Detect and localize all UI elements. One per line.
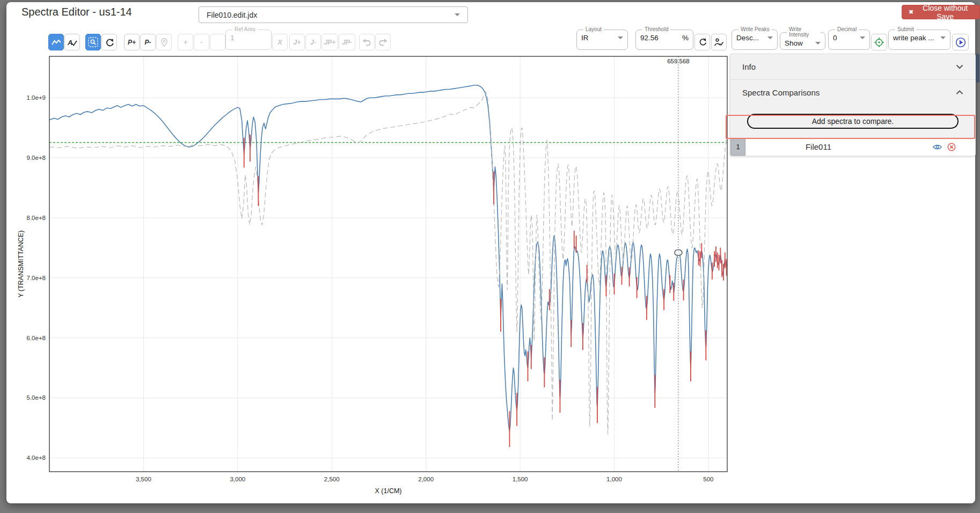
x-axis-title: X (1/CM) xyxy=(375,487,402,495)
jp-add-button[interactable]: JP+ xyxy=(321,34,338,50)
info-accordion-label: Info xyxy=(742,62,756,71)
x-tick-label: 1,500 xyxy=(513,476,528,482)
add-spectra-area: Add spectra to compare. xyxy=(730,105,975,137)
layout-field[interactable]: Layout IR xyxy=(576,27,628,50)
series-File011 xyxy=(49,92,727,434)
jp-remove-button[interactable]: JP- xyxy=(339,34,355,50)
ref-area-label: Ref Area xyxy=(232,27,258,32)
submit-value: write peak ... xyxy=(893,34,934,42)
vertical-scrollbar-thumb[interactable] xyxy=(976,54,979,83)
spectrum-file-select[interactable]: File010.edit.jdx xyxy=(199,6,468,23)
undo-icon xyxy=(362,38,372,47)
chevron-down-icon xyxy=(618,36,623,39)
y-tick-label: 1.0e+9 xyxy=(27,94,46,101)
y-tick-label: 7.0e+8 xyxy=(27,275,46,281)
x-tick-label: 2,500 xyxy=(324,476,340,482)
write-peaks-value: Desc... xyxy=(736,34,759,42)
peak-cursor-label: 659.568 xyxy=(667,58,690,64)
comparison-file-name: File011 xyxy=(745,142,891,151)
close-button-label: Close without Save xyxy=(917,4,973,21)
auto-assign-tool-button[interactable]: A xyxy=(64,34,80,50)
play-circle-icon xyxy=(955,37,966,48)
close-without-save-button[interactable]: ✖ Close without Save xyxy=(902,5,980,19)
spectra-comparisons-accordion-header[interactable]: Spectra Comparisons xyxy=(730,80,975,105)
chevron-down-icon xyxy=(455,13,460,16)
y-tick-label: 4.0e+8 xyxy=(27,455,46,461)
svg-text:A: A xyxy=(67,39,72,47)
peak-cursor-marker[interactable] xyxy=(675,250,682,255)
layout-label: Layout xyxy=(583,27,604,32)
threshold-label: Threshold xyxy=(642,27,670,32)
comparison-row-index: 1 xyxy=(730,138,745,156)
refresh-icon xyxy=(698,38,707,47)
chevron-down-icon xyxy=(956,64,963,69)
chevron-down-icon xyxy=(940,36,946,39)
threshold-unit: % xyxy=(682,34,689,42)
remove-comparison-icon[interactable] xyxy=(947,143,956,151)
j-add-button[interactable]: J+ xyxy=(289,34,305,50)
comparison-row[interactable]: 1 File011 xyxy=(730,137,975,156)
decimal-value: 0 xyxy=(833,34,837,42)
zoom-selection-icon xyxy=(88,37,99,48)
assign-peaks-button[interactable] xyxy=(711,34,727,50)
submit-label: Submit xyxy=(895,27,916,32)
reset-zoom-icon xyxy=(104,38,115,47)
spectra-comparisons-label: Spectra Comparisons xyxy=(742,88,820,97)
write-intensity-label: Write Intensity xyxy=(787,27,821,38)
chevron-down-icon xyxy=(860,36,865,39)
plot-border xyxy=(49,56,727,472)
j-remove-button[interactable]: J- xyxy=(305,34,321,50)
peak-remove-button[interactable]: P- xyxy=(140,34,156,50)
spacer-button[interactable] xyxy=(210,34,225,50)
run-submit-button[interactable] xyxy=(952,34,969,50)
series-File010.edit.jdx xyxy=(49,85,727,431)
threshold-field[interactable]: Threshold 92.56% xyxy=(635,27,693,50)
y-tick-label: 9.0e+8 xyxy=(27,155,46,161)
redo-button[interactable] xyxy=(375,34,391,50)
line-chart-tool-button[interactable] xyxy=(48,34,64,50)
info-accordion-header[interactable]: Info xyxy=(730,54,975,80)
ref-area-field[interactable]: Ref Area 1 xyxy=(225,27,272,50)
side-panel: Info Spectra Comparisons Add spectra to … xyxy=(730,54,976,156)
eye-visibility-icon[interactable] xyxy=(933,144,942,150)
write-peaks-label: Write Peaks xyxy=(738,27,772,32)
zigzag-line-icon xyxy=(51,39,62,46)
map-pin-icon xyxy=(159,38,169,47)
increase-button[interactable]: + xyxy=(178,34,193,50)
y-tick-label: 6.0e+8 xyxy=(27,335,46,341)
close-icon: ✖ xyxy=(909,9,913,16)
pin-peak-button[interactable] xyxy=(156,34,172,50)
x-tick-label: 1,000 xyxy=(606,476,622,482)
zoom-reset-button[interactable] xyxy=(101,34,117,50)
x-tick-label: 500 xyxy=(703,476,713,482)
ref-area-value: 1 xyxy=(230,34,235,42)
decimal-field[interactable]: Decimal 0 xyxy=(828,27,870,50)
target-peak-button[interactable] xyxy=(871,34,887,50)
threshold-value: 92.56 xyxy=(640,34,659,42)
write-peaks-field[interactable]: Write Peaks Desc... xyxy=(732,27,778,50)
undo-button[interactable] xyxy=(359,34,375,50)
x-tick-label: 3,500 xyxy=(136,476,151,482)
spectrum-file-value: File010.edit.jdx xyxy=(207,11,257,19)
a-check-icon: A xyxy=(67,38,78,47)
page-title: Spectra Editor - us1-14 xyxy=(21,6,132,18)
decrease-button[interactable]: - xyxy=(194,34,209,50)
peak-add-button[interactable]: P+ xyxy=(124,34,140,50)
chevron-up-icon xyxy=(956,90,963,95)
y-axis-title: Y (TRANSMITTANCE) xyxy=(17,230,25,297)
person-check-icon xyxy=(714,38,724,47)
redo-icon xyxy=(378,38,388,47)
add-spectra-button[interactable]: Add spectra to compare. xyxy=(747,114,959,129)
x-tick-label: 2,000 xyxy=(418,476,434,482)
x-tick-label: 3,000 xyxy=(230,476,245,482)
chevron-down-icon xyxy=(767,36,773,39)
x-tool-button[interactable]: X xyxy=(272,34,288,50)
chevron-down-icon xyxy=(815,42,821,45)
zoom-select-tool-button[interactable] xyxy=(85,34,101,50)
refresh-threshold-button[interactable] xyxy=(694,34,710,50)
spectra-chart[interactable]: 659.5683,5003,0002,5002,0001,5001,000500… xyxy=(16,51,730,499)
layout-value: IR xyxy=(581,34,589,42)
submit-field[interactable]: Submit write peak ... xyxy=(888,27,950,50)
write-intensity-field[interactable]: Write Intensity Show xyxy=(780,27,825,50)
y-tick-label: 8.0e+8 xyxy=(27,215,46,221)
